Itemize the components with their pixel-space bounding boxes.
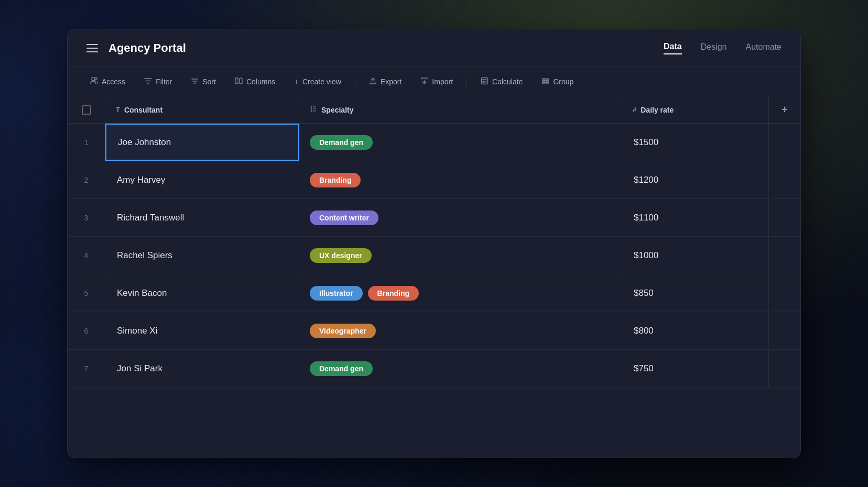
access-label: Access [102,78,125,86]
row-daily-rate: $850 [622,274,769,312]
table-row[interactable]: 4Rachel SpiersUX designer$1000 [68,237,800,274]
row-consultant-name[interactable]: Joe Johnston [105,124,299,161]
group-icon [541,77,549,86]
filter-label: Filter [156,78,172,86]
sort-button[interactable]: Sort [183,74,223,90]
daily-rate-header-label: Daily rate [641,106,674,114]
row-specialty: Content writer [299,199,622,236]
import-label: Import [432,78,453,86]
row-specialty: IllustratorBranding [299,274,622,312]
svg-point-10 [311,108,312,110]
filter-button[interactable]: Filter [137,74,179,90]
header-consultant: T Consultant [105,96,299,123]
table-container: T Consultant Specialty # [68,96,800,388]
table-row[interactable]: 6Simone XiVideographer$800 [68,312,800,350]
row-consultant-name[interactable]: Simone Xi [105,312,299,349]
table-body: 1Joe JohnstonDemand gen$15002Amy HarveyB… [68,124,800,388]
tab-design[interactable]: Design [701,42,727,54]
import-icon [420,77,428,86]
table-row[interactable]: 2Amy HarveyBranding$1200 [68,161,800,199]
row-daily-rate: $1000 [622,237,769,274]
specialty-badge: Videographer [310,324,376,338]
table-header: T Consultant Specialty # [68,96,800,124]
svg-rect-7 [542,80,549,82]
row-number: 3 [68,199,105,236]
row-consultant-name[interactable]: Kevin Bacon [105,274,299,312]
row-daily-rate: $1200 [622,161,769,198]
consultant-header-label: Consultant [124,106,162,114]
row-specialty: Demand gen [299,124,622,161]
table-row[interactable]: 3Richard TanswellContent writer$1100 [68,199,800,237]
row-specialty: Videographer [299,312,622,349]
row-daily-rate: $800 [622,312,769,349]
row-specialty: Demand gen [299,350,622,387]
menu-icon[interactable] [86,44,98,52]
export-icon [369,77,377,86]
row-consultant-name[interactable]: Jon Si Park [105,350,299,387]
group-label: Group [553,78,573,86]
add-column-cell[interactable]: + [769,96,800,123]
add-column-icon: + [782,104,788,116]
table-row[interactable]: 1Joe JohnstonDemand gen$1500 [68,124,800,161]
specialty-header-label: Specialty [321,106,353,114]
create-view-button[interactable]: + Create view [287,74,349,89]
svg-rect-3 [235,78,238,84]
toolbar-divider-1 [355,76,355,87]
toolbar-divider-2 [466,76,467,87]
create-view-label: Create view [302,78,341,86]
row-number: 2 [68,161,105,198]
row-number: 1 [68,124,105,161]
export-button[interactable]: Export [362,74,409,90]
row-number: 7 [68,350,105,387]
group-button[interactable]: Group [534,74,581,90]
table-row[interactable]: 7Jon Si ParkDemand gen$750 [68,350,800,388]
specialty-type-icon [310,105,317,114]
tab-data[interactable]: Data [664,42,682,54]
svg-rect-4 [240,78,242,84]
table-row[interactable]: 5Kevin BaconIllustratorBranding$850 [68,274,800,312]
specialty-badge: UX designer [310,248,372,263]
sort-icon [191,77,199,86]
row-daily-rate: $1500 [622,124,769,161]
tab-automate[interactable]: Automate [746,42,782,54]
svg-rect-2 [95,80,96,81]
access-button[interactable]: Access [82,73,133,90]
create-view-icon: + [294,77,299,86]
svg-point-0 [92,78,95,81]
specialty-badge: Content writer [310,211,378,225]
specialty-badge: Branding [368,286,419,301]
calculate-icon [481,77,489,86]
header: Agency Portal Data Design Automate [68,29,800,67]
app-title: Agency Portal [108,41,664,55]
toolbar: Access Filter Sort [68,67,800,96]
row-number: 4 [68,237,105,274]
row-consultant-name[interactable]: Richard Tanswell [105,199,299,236]
select-all-checkbox[interactable] [82,105,91,115]
row-consultant-name[interactable]: Rachel Spiers [105,237,299,274]
sort-label: Sort [202,78,216,86]
rate-type-icon: # [633,106,636,114]
specialty-badge: Demand gen [310,135,373,150]
columns-label: Columns [246,78,275,86]
import-button[interactable]: Import [413,74,460,90]
columns-button[interactable]: Columns [227,74,283,90]
svg-rect-6 [542,78,549,80]
svg-point-11 [311,110,312,112]
svg-point-1 [95,78,97,80]
row-specialty: Branding [299,161,622,198]
export-label: Export [381,78,402,86]
row-number: 6 [68,312,105,349]
specialty-badge: Illustrator [310,286,363,301]
header-specialty: Specialty [299,96,622,123]
row-daily-rate: $1100 [622,199,769,236]
row-number: 5 [68,274,105,312]
row-consultant-name[interactable]: Amy Harvey [105,161,299,198]
filter-icon [144,77,152,86]
svg-point-9 [311,106,312,108]
columns-icon [235,77,243,86]
calculate-button[interactable]: Calculate [473,74,530,90]
access-icon [90,76,98,86]
consultant-type-icon: T [116,106,120,114]
main-window: Agency Portal Data Design Automate Acces… [67,29,801,458]
calculate-label: Calculate [492,78,523,86]
